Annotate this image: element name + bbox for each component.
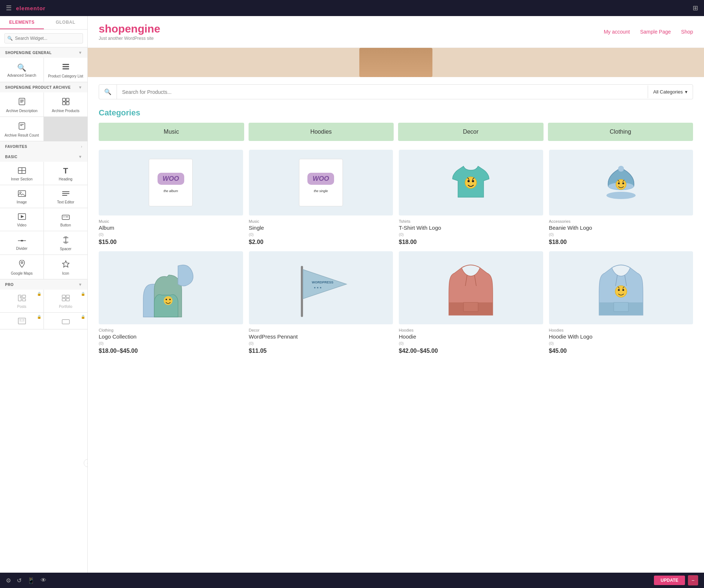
search-categories-dropdown[interactable]: All Categories ▾ — [648, 85, 693, 98]
product-album[interactable]: WOO the album Music Album (0) $15.00 — [99, 150, 243, 245]
svg-rect-45 — [62, 320, 69, 324]
category-clothing[interactable]: Clothing — [548, 123, 693, 141]
widget-divider[interactable]: Divider — [0, 231, 43, 255]
product-beanie[interactable]: Accessories Beanie With Logo (0) $18.00 — [549, 150, 693, 245]
widget-spacer[interactable]: Spacer — [44, 231, 87, 255]
widget-label-heading: Heading — [59, 177, 72, 181]
product-name-logo-collection: Logo Collection — [99, 333, 243, 340]
settings-icon[interactable]: ⚙ — [6, 577, 11, 584]
button-icon — [62, 214, 70, 221]
widget-button[interactable]: Button — [44, 208, 87, 231]
widget-archive-description[interactable]: Archive Description — [0, 92, 43, 117]
product-hoodie-with-logo[interactable]: Hoodies Hoodie With Logo (0) $45.00 — [549, 251, 693, 354]
product-tshirt[interactable]: Tshirts T-Shirt With Logo (0) $18.00 — [399, 150, 543, 245]
widget-image[interactable]: Image — [0, 185, 43, 208]
product-logo-collection[interactable]: Clothing Logo Collection (0) $18.00–$45.… — [99, 251, 243, 354]
section-title-basic: BASIC — [5, 155, 18, 159]
elementor-logo: elementor — [16, 5, 46, 11]
svg-point-51 — [618, 166, 624, 172]
product-price-single: $2.00 — [249, 239, 393, 245]
widget-video[interactable]: Video — [0, 208, 43, 231]
widget-pro-3[interactable]: 🔒 — [0, 313, 43, 329]
tab-elements[interactable]: ELEMENTS — [0, 16, 44, 29]
section-product-archive[interactable]: SHOPENGINE PRODUCT ARCHIVE ▼ — [0, 82, 87, 92]
product-pennant[interactable]: WORDPRESS ★ ★ ★ Decor WordPress Pennant … — [249, 251, 393, 354]
product-search-bar: 🔍 All Categories ▾ — [99, 84, 693, 99]
widget-label-archive-products: Archive Products — [52, 109, 80, 113]
widget-google-maps[interactable]: Google Maps — [0, 255, 43, 279]
svg-rect-13 — [20, 125, 22, 126]
product-image-album: WOO the album — [99, 150, 243, 215]
pro4-icon — [62, 318, 70, 325]
archive-description-icon — [18, 98, 26, 107]
search-input[interactable] — [4, 33, 83, 43]
widget-label-image: Image — [17, 200, 27, 204]
svg-point-54 — [622, 183, 624, 184]
hamburger-icon[interactable]: ☰ — [6, 4, 12, 12]
product-search-input[interactable] — [117, 85, 648, 99]
pro4-lock-icon: 🔒 — [81, 315, 85, 319]
section-arrow-basic: ▼ — [78, 154, 82, 159]
widget-heading[interactable]: T Heading — [44, 162, 87, 185]
product-price-logo-collection: $18.00–$45.00 — [99, 348, 243, 354]
svg-text:★ ★ ★: ★ ★ ★ — [314, 286, 322, 289]
widget-posts[interactable]: 🔒 Posts — [0, 290, 43, 312]
svg-point-52 — [616, 179, 626, 190]
widget-portfolio[interactable]: 🔒 Portfolio — [44, 290, 87, 312]
widget-product-category-list[interactable]: Product Category List — [44, 58, 87, 82]
pro3-icon — [18, 318, 26, 325]
category-decor[interactable]: Decor — [398, 123, 544, 141]
svg-rect-34 — [20, 297, 21, 298]
product-category-hoodie: Hoodies — [399, 328, 543, 332]
widget-text-editor[interactable]: Text Editor — [44, 185, 87, 208]
grid-icon[interactable]: ⊞ — [693, 4, 698, 12]
svg-rect-43 — [22, 319, 24, 321]
widget-label-archive-result-count: Archive Result Count — [5, 133, 39, 137]
portfolio-lock-icon: 🔒 — [81, 292, 85, 296]
svg-rect-42 — [19, 319, 22, 321]
svg-rect-36 — [22, 299, 26, 301]
history-icon[interactable]: ↺ — [17, 577, 22, 584]
svg-rect-21 — [62, 195, 67, 196]
section-favorites[interactable]: FAVORITES › — [0, 141, 87, 152]
nav-my-account[interactable]: My account — [604, 29, 630, 35]
preview-icon[interactable]: 👁 — [41, 577, 46, 584]
nav-shop[interactable]: Shop — [681, 29, 693, 35]
category-music[interactable]: Music — [99, 123, 244, 141]
widget-inner-section[interactable]: Inner Section — [0, 162, 43, 185]
section-basic[interactable]: BASIC ▼ — [0, 152, 87, 162]
search-bar-icon: 🔍 — [99, 85, 117, 99]
search-categories-label: All Categories — [653, 89, 683, 95]
section-shopengine-general[interactable]: SHOPENGINE GENERAL ▼ — [0, 47, 87, 58]
product-rating-pennant: (0) — [249, 341, 393, 345]
widget-archive-products[interactable]: Archive Products — [44, 92, 87, 117]
site-tagline: Just another WordPress site — [99, 36, 160, 41]
category-hoodies[interactable]: Hoodies — [249, 123, 394, 141]
widget-archive-result-count[interactable]: Archive Result Count — [0, 117, 43, 141]
svg-rect-4 — [20, 100, 24, 100]
svg-rect-5 — [20, 101, 24, 102]
section-title-pro: PRO — [5, 283, 14, 287]
product-image-beanie — [549, 150, 693, 215]
spacer-icon — [63, 236, 69, 245]
product-name-hoodie: Hoodie — [399, 333, 543, 340]
widget-label-video: Video — [17, 223, 26, 227]
svg-rect-44 — [19, 321, 24, 322]
tab-global[interactable]: GLOBAL — [44, 16, 88, 29]
section-pro[interactable]: PRO ▼ — [0, 279, 87, 290]
shop-content: 🔍 All Categories ▾ Categories Music Hood… — [88, 77, 704, 362]
product-category-pennant: Decor — [249, 328, 393, 332]
minus-button[interactable]: − — [688, 575, 698, 585]
widget-advanced-search[interactable]: 🔍 Advanced Search — [0, 58, 43, 82]
widget-icon[interactable]: Icon — [44, 255, 87, 279]
responsive-icon[interactable]: 📱 — [27, 577, 35, 584]
nav-sample-page[interactable]: Sample Page — [640, 29, 671, 35]
widget-label-advanced-search: Advanced Search — [7, 73, 36, 77]
product-category-list-icon — [62, 63, 70, 72]
product-single[interactable]: WOO the single Music Single (0) $2.00 — [249, 150, 393, 245]
widget-pro-4[interactable]: 🔒 — [44, 313, 87, 329]
product-hoodie[interactable]: Hoodies Hoodie (0) $42.00–$45.00 — [399, 251, 543, 354]
update-button[interactable]: UPDATE — [654, 576, 685, 585]
svg-rect-58 — [301, 266, 303, 317]
svg-rect-40 — [66, 298, 69, 301]
